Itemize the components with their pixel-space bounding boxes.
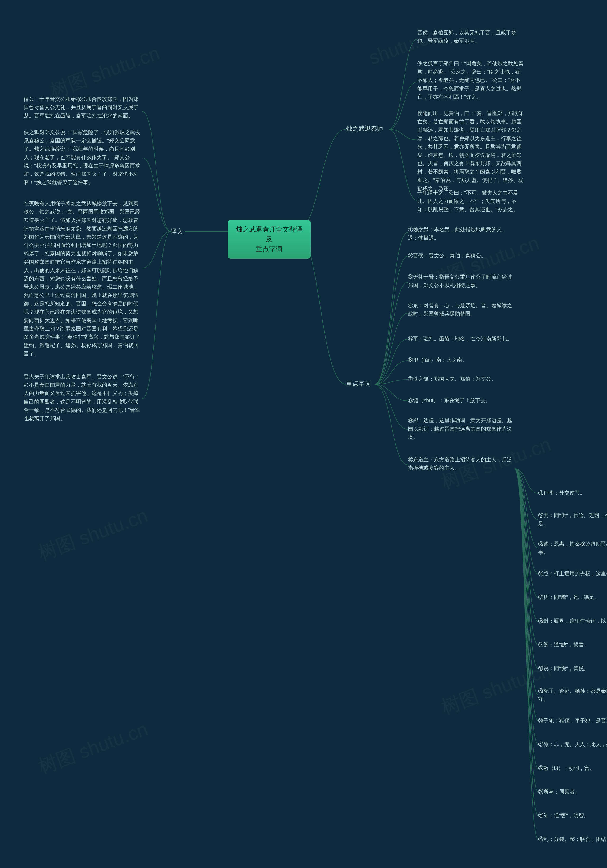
original-p2[interactable]: 佚之狐言于郑伯曰："国危矣，若使烛之武见秦君，师必退。"公从之。辞曰："臣之壮也… <box>417 59 524 101</box>
original-p3[interactable]: 夜缒而出，见秦伯，曰："秦、晋围郑，郑既知亡矣。若亡郑而有益于君，敢以烦执事。越… <box>417 109 524 193</box>
keyword-13[interactable]: ⑬赐：恩惠，指秦穆公帮助晋惠公回国继位之事。 <box>538 540 607 556</box>
branch-original[interactable]: 烛之武退秦师 <box>346 124 383 133</box>
keyword-19[interactable]: ⑲杞子、逢孙、杨孙：都是秦国大夫。戍：防守。 <box>538 687 607 704</box>
original-p1[interactable]: 晋侯、秦伯围郑，以其无礼于晋，且贰于楚也。晋军函陵，秦军氾南。 <box>417 28 524 45</box>
watermark: 树图 shutu.cn <box>35 716 151 780</box>
keyword-11[interactable]: ⑪行李：外交使节。 <box>538 489 607 497</box>
keyword-23[interactable]: ㉓所与：同盟者。 <box>538 787 607 796</box>
keyword-24[interactable]: ㉔知：通"智"，明智。 <box>538 811 607 820</box>
watermark: 树图 shutu.cn <box>35 503 151 566</box>
keyword-7[interactable]: ⑦佚之狐：郑国大夫。郑伯：郑文公。 <box>408 375 514 383</box>
keyword-20[interactable]: ⑳子犯：狐偃，字子犯，是晋文公的舅父。 <box>538 716 607 725</box>
keyword-25[interactable]: ㉕乱：分裂。整：联合，团结。 <box>538 835 607 843</box>
translation-p4[interactable]: 晋大夫子犯请求出兵攻击秦军。晋文公说："不行！如不是秦国国君的力量，就没有我的今… <box>24 372 142 423</box>
keyword-1[interactable]: ①烛之武：本名武，此处指烛地叫武的人。退：使撤退。 <box>408 225 514 242</box>
keyword-15[interactable]: ⑮厌：同"餍"，饱，满足。 <box>538 593 607 601</box>
branch-keywords[interactable]: 重点字词 <box>346 380 371 388</box>
keyword-8[interactable]: ⑧缒（zhuì）：系在绳子上放下去。 <box>408 396 514 405</box>
translation-p2[interactable]: 佚之狐对郑文公说："国家危险了，假如派烛之武去见秦穆公，秦国的军队一定会撤退。"… <box>24 128 142 186</box>
keyword-2[interactable]: ②晋侯：晋文公。秦伯：秦穆公。 <box>408 251 514 260</box>
keyword-5[interactable]: ⑤军：驻扎。函陵：地名，在今河南新郑北。 <box>408 335 514 343</box>
branch-translation[interactable]: 译文 <box>171 227 183 236</box>
keyword-16[interactable]: ⑯封：疆界，这里作动词，以为疆界。 <box>538 617 607 625</box>
original-p4[interactable]: 子犯请击之。公曰："不可。微夫人之力不及此。因人之力而敝之，不仁；失其所与，不知… <box>417 189 524 214</box>
keyword-21[interactable]: ㉑微：非，无。夫人：此人，指秦穆公。 <box>538 740 607 749</box>
mindmap-canvas: 树图 shutu.cn shutu.cn 树图 shutu.cn 树图 树图 s… <box>0 0 607 868</box>
keyword-22[interactable]: ㉒敝（bì）：动词，害。 <box>538 764 607 772</box>
keyword-3[interactable]: ③无礼于晋：指晋文公重耳作公子时流亡经过郑国，郑文公不以礼相待之事。 <box>408 273 514 290</box>
root-title-line1: 烛之武退秦师全文翻译及 <box>236 226 302 243</box>
watermark: 树图 shutu.cn <box>438 657 554 721</box>
keyword-12[interactable]: ⑫共：同"供"，供给。乏困：在食宿方面的不足。 <box>538 511 607 528</box>
keyword-17[interactable]: ⑰阙：通"缺"，损害。 <box>538 640 607 649</box>
keyword-14[interactable]: ⑭版：打土墙用的夹板，这里指防御工事。 <box>538 569 607 578</box>
keyword-6[interactable]: ⑥氾（fán）南：水之南。 <box>408 356 514 364</box>
translation-p1[interactable]: 僖公三十年晋文公和秦穆公联合围攻郑国，因为郑国曾对晋文公无礼，并且从属于晋的同时… <box>24 95 142 120</box>
keyword-10[interactable]: ⑩东道主：东方道路上招待客人的主人，后泛指接待或宴客的主人。 <box>408 456 514 472</box>
root-node[interactable]: 烛之武退秦师全文翻译及 重点字词 <box>228 220 311 259</box>
root-title-line2: 重点字词 <box>256 245 282 253</box>
watermark: 树图 shutu.cn <box>46 40 163 104</box>
keyword-9[interactable]: ⑨鄙：边疆，这里作动词，意为开辟边疆。越国以鄙远：越过晋国把远离秦国的郑国作为边… <box>408 416 514 442</box>
keyword-18[interactable]: ⑱说：同"悦"，喜悦。 <box>538 664 607 673</box>
translation-p3[interactable]: 在夜晚有人用绳子将烛之武从城楼放下去，见到秦穆公，烛之武说："秦、晋两国围攻郑国… <box>24 199 142 358</box>
keyword-4[interactable]: ④贰：对晋有二心，与楚亲近。晋、楚城濮之战时，郑国曾派兵援助楚国。 <box>408 301 514 318</box>
